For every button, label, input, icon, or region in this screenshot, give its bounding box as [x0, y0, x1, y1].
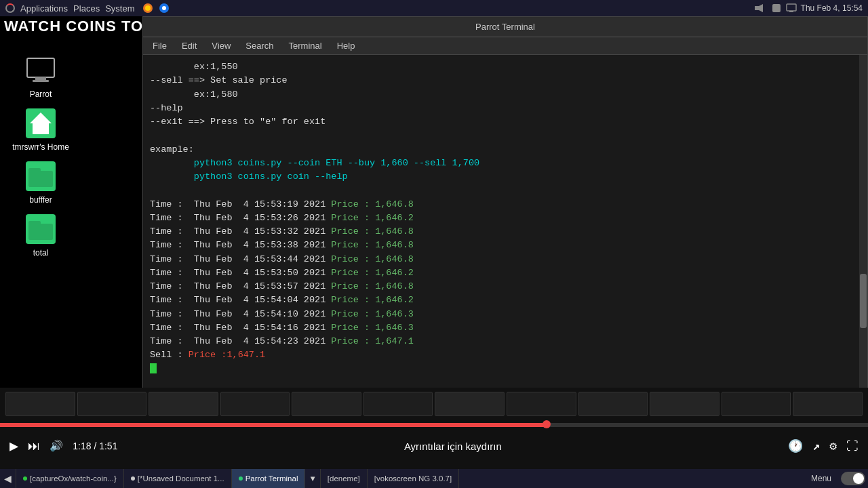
thumb-chunk: [578, 392, 648, 416]
system-menu[interactable]: System: [105, 3, 134, 14]
svg-rect-6: [772, 4, 781, 12]
terminal-window: Parrot Terminal File Edit View Search Te…: [142, 16, 868, 420]
desktop-icon-bufffer-label: bufffer: [29, 195, 52, 205]
taskbar-right: Menu: [804, 469, 868, 488]
svg-rect-11: [33, 80, 49, 82]
thumb-chunk: [5, 392, 75, 416]
menu-edit[interactable]: Edit: [175, 39, 203, 52]
term-line: [150, 184, 861, 197]
svg-rect-8: [789, 11, 793, 12]
places-menu[interactable]: Places: [73, 3, 100, 14]
thumb-chunk: [363, 392, 433, 416]
price-line: Time : Thu Feb 4 15:53:44 2021 Price : 1…: [150, 253, 861, 266]
price-line: Time : Thu Feb 4 15:53:26 2021 Price : 1…: [150, 211, 861, 225]
skip-next-button[interactable]: ⏭: [28, 439, 40, 453]
scrollbar-thumb[interactable]: [860, 274, 867, 328]
taskbar-item-vokoscreen[interactable]: [vokoscreen NG 3.0.7]: [368, 469, 459, 488]
right-controls: 🕐 ↗ ⚙ ⛶: [788, 439, 859, 453]
desktop-icon-home-label: tmrswrr's Home: [12, 142, 69, 152]
thumb-chunk: [722, 392, 791, 416]
taskbar-back-button[interactable]: ◀: [0, 469, 16, 488]
svg-marker-5: [759, 4, 763, 12]
video-controls: ▶ ⏭ 🔊 1:18 / 1:51 Ayrıntılar için kaydır…: [0, 427, 868, 465]
settings-button[interactable]: ⚙: [829, 439, 837, 453]
svg-rect-4: [755, 6, 759, 10]
terminal-menubar: File Edit View Search Terminal Help: [143, 37, 867, 55]
thumb-chunk: [435, 392, 505, 416]
svg-point-1: [145, 5, 151, 11]
desktop-icon-parrot-label: Parrot: [30, 89, 52, 99]
cursor: [150, 363, 157, 373]
display-icon[interactable]: [786, 3, 797, 14]
desktop-icon-total-label: total: [33, 248, 49, 258]
menu-help[interactable]: Help: [330, 39, 362, 52]
svg-rect-7: [787, 4, 796, 11]
taskbar-item-terminal[interactable]: Parrot Terminal: [232, 469, 306, 488]
fullscreen-button[interactable]: ⛶: [846, 439, 859, 453]
term-line: example:: [150, 143, 861, 157]
taskbar-item-deneme[interactable]: [deneme]: [321, 469, 368, 488]
terminal-content[interactable]: ex:1,550 --sell ==> Set sale price ex:1,…: [143, 55, 867, 420]
menu-terminal[interactable]: Terminal: [282, 39, 329, 52]
desktop-icon-home[interactable]: tmrswrr's Home: [12, 107, 69, 152]
term-line: ex:1,580: [150, 88, 861, 102]
menu-view[interactable]: View: [205, 39, 237, 52]
desktop-icon-parrot[interactable]: Parrot: [24, 54, 57, 99]
svg-rect-19: [28, 221, 41, 225]
svg-rect-9: [27, 58, 54, 77]
price-line: Time : Thu Feb 4 15:54:10 2021 Price : 1…: [150, 308, 861, 321]
price-line: Time : Thu Feb 4 15:54:04 2021 Price : 1…: [150, 293, 861, 307]
price-line: Time : Thu Feb 4 15:54:16 2021 Price : 1…: [150, 321, 861, 335]
share-button[interactable]: ↗: [812, 439, 820, 453]
svg-rect-10: [35, 77, 46, 80]
progress-fill: [0, 423, 547, 427]
progress-bar[interactable]: [0, 423, 868, 427]
volume-button[interactable]: 🔊: [50, 439, 63, 453]
time-display: 1:18 / 1:51: [73, 441, 117, 451]
desktop-icon-total[interactable]: total: [24, 213, 57, 258]
svg-rect-18: [28, 224, 53, 240]
history-button[interactable]: 🕐: [788, 439, 803, 453]
term-line: --help: [150, 102, 861, 115]
taskbar-toggle[interactable]: [841, 472, 865, 485]
system-bar: Applications Places System Thu Feb 4, 15…: [0, 0, 868, 16]
network-icon[interactable]: [771, 3, 782, 14]
price-line: Time : Thu Feb 4 15:54:23 2021 Price : 1…: [150, 335, 861, 348]
thumb-chunk: [650, 392, 719, 416]
desktop-icon-bufffer[interactable]: bufffer: [24, 160, 57, 205]
taskbar-menu-button[interactable]: Menu: [804, 469, 838, 488]
menu-file[interactable]: File: [146, 39, 174, 52]
current-time: 1:18: [73, 441, 91, 451]
apps-menu[interactable]: Applications: [20, 3, 68, 14]
term-line: --sell ==> Set sale price: [150, 74, 861, 87]
thumb-chunk: [507, 392, 576, 416]
play-button[interactable]: ▶: [9, 437, 18, 455]
parrot-logo-icon[interactable]: [5, 3, 15, 13]
thumb-chunk: [77, 392, 147, 416]
terminal-scrollbar[interactable]: [859, 55, 867, 420]
term-line: python3 coins.py --coin ETH --buy 1,660 …: [150, 157, 861, 170]
thumb-chunk: [220, 392, 290, 416]
terminal-titlebar: Parrot Terminal: [143, 17, 867, 37]
total-time: 1:51: [99, 441, 117, 451]
menu-search[interactable]: Search: [239, 39, 280, 52]
term-line: ex:1,550: [150, 60, 861, 74]
browser-icon[interactable]: [159, 3, 170, 14]
taskbar-dropdown-terminal[interactable]: ▼: [305, 469, 320, 488]
cursor-line: [150, 363, 861, 376]
svg-point-3: [162, 6, 166, 10]
volume-icon[interactable]: [755, 3, 767, 13]
taskbar-item-unsaved[interactable]: [*Unsaved Document 1...: [124, 469, 232, 488]
video-player: ▶ ⏭ 🔊 1:18 / 1:51 Ayrıntılar için kaydır…: [0, 420, 868, 469]
toggle-knob: [853, 473, 864, 484]
svg-rect-15: [28, 171, 53, 187]
svg-rect-16: [28, 168, 41, 172]
taskbar-item-capture[interactable]: [captureOx/watch-coin...}: [16, 469, 124, 488]
term-line: python3 coins.py coin --help: [150, 170, 861, 184]
firefox-icon[interactable]: [142, 3, 153, 14]
dot-indicator: [131, 476, 135, 481]
price-line: Time : Thu Feb 4 15:53:32 2021 Price : 1…: [150, 225, 861, 239]
time-separator: /: [94, 441, 99, 451]
timeline-thumbnails: [0, 388, 868, 420]
thumb-chunk: [292, 392, 361, 416]
